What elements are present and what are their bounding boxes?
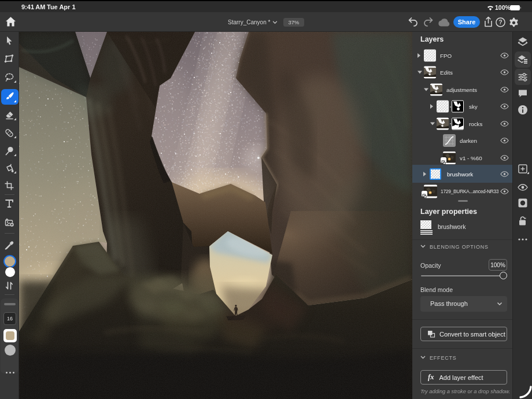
svg-text:?: ?	[498, 19, 502, 25]
